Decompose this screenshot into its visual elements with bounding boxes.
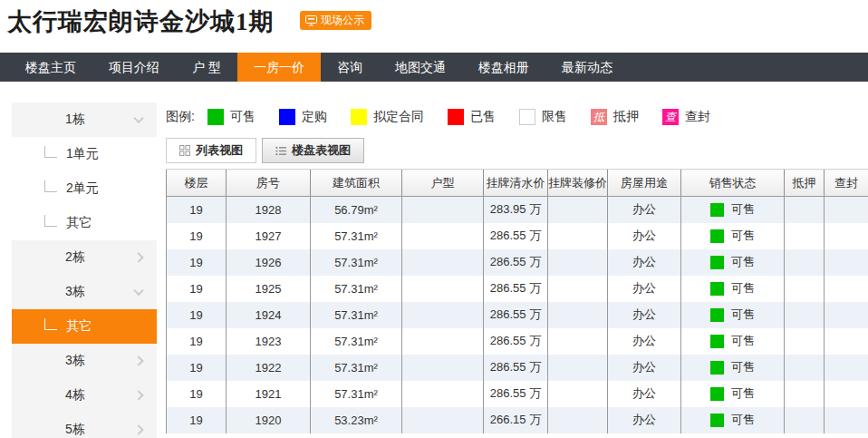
- cell-deco-price: [548, 223, 608, 249]
- tab-label: 列表视图: [196, 139, 243, 162]
- legend-label: 拟定合同: [373, 109, 424, 125]
- table-row: 19 1928 56.79m² 283.95 万 办公 可售: [167, 197, 868, 223]
- cell-seizure: [825, 197, 868, 223]
- cell-seizure: [825, 276, 868, 302]
- legend-label: 可售: [230, 109, 256, 125]
- cell-room: 1924: [227, 302, 311, 328]
- cell-usage: 办公: [608, 197, 681, 223]
- col-sale-status: 销售状态: [681, 170, 785, 197]
- tab-list-view[interactable]: 列表视图: [166, 138, 256, 163]
- col-area: 建筑面积: [311, 170, 402, 197]
- table-row: 19 1924 57.31m² 286.55 万 办公 可售: [167, 302, 868, 328]
- sidebar-item-unit-2[interactable]: 2单元: [12, 171, 157, 206]
- cell-base-price: 283.95 万: [484, 197, 548, 223]
- cell-area: 53.23m²: [311, 407, 402, 433]
- sidebar-item-building-3b[interactable]: 3栋: [12, 344, 157, 378]
- sold-swatch: [448, 109, 464, 125]
- cell-usage: 办公: [608, 302, 681, 328]
- status-label: 可售: [731, 254, 755, 270]
- legend-label: 抵押: [613, 109, 639, 125]
- sidebar-item-building-5[interactable]: 5栋: [12, 413, 157, 438]
- view-tabs: 列表视图 楼盘表视图: [166, 138, 868, 164]
- cell-seizure: [825, 328, 868, 355]
- legend-item-available: 可售: [207, 109, 256, 125]
- status-label: 可售: [731, 201, 755, 218]
- col-usage: 房屋用途: [608, 170, 681, 197]
- sidebar-item-label: 1单元: [66, 146, 99, 162]
- mortgage-swatch: 抵: [591, 109, 607, 125]
- cell-sale-status: 可售: [681, 223, 785, 249]
- status-label: 可售: [731, 280, 755, 297]
- cell-floor: 19: [167, 276, 227, 302]
- legend-label: 定购: [302, 109, 327, 125]
- onsite-notice-badge[interactable]: 现场公示: [300, 11, 371, 30]
- status-legend: 图例: 可售 定购 拟定合同 已售 限售 抵: [166, 107, 868, 127]
- cell-mortgage: [785, 407, 825, 433]
- sidebar-item-building-3[interactable]: 3栋: [12, 275, 157, 309]
- cell-area: 57.31m²: [311, 328, 402, 355]
- tab-building-table-view[interactable]: 楼盘表视图: [262, 138, 364, 163]
- nav-item-photo-album[interactable]: 楼盘相册: [462, 53, 545, 82]
- sidebar-item-building-1[interactable]: 1栋: [12, 102, 157, 137]
- cell-deco-price: [548, 302, 608, 328]
- col-mortgage: 抵押: [785, 170, 825, 197]
- building-tree-sidebar: 1栋 1单元 2单元 其它 2栋 3栋 其它 3栋: [12, 102, 157, 438]
- table-row: 19 1921 57.31m² 286.55 万 办公 可售: [167, 381, 868, 407]
- status-label: 可售: [731, 359, 755, 375]
- cell-room: 1926: [227, 249, 311, 276]
- sidebar-item-building-4[interactable]: 4栋: [12, 378, 157, 413]
- cell-mortgage: [785, 381, 825, 407]
- branch-icon: [44, 215, 57, 227]
- list-view-icon: [275, 146, 286, 156]
- nav-item-project-intro[interactable]: 项目介绍: [92, 53, 176, 82]
- chevron-down-icon: [133, 286, 143, 296]
- cell-mortgage: [785, 355, 825, 381]
- restricted-swatch: [519, 109, 535, 125]
- cell-mortgage: [785, 249, 825, 276]
- status-swatch: [710, 256, 724, 269]
- nav-item-home[interactable]: 楼盘主页: [9, 53, 92, 82]
- cell-unit-type: [402, 276, 484, 302]
- cell-room: 1925: [227, 276, 311, 302]
- cell-deco-price: [548, 407, 608, 433]
- cell-deco-price: [548, 381, 608, 407]
- cell-usage: 办公: [608, 276, 681, 302]
- nav-item-latest-news[interactable]: 最新动态: [545, 53, 629, 82]
- cell-sale-status: 可售: [681, 249, 785, 276]
- col-floor: 楼层: [167, 170, 227, 197]
- cell-unit-type: [402, 302, 484, 328]
- status-label: 可售: [731, 307, 755, 323]
- nav-item-unit-types[interactable]: 户 型: [176, 53, 237, 82]
- sidebar-item-label: 1栋: [65, 112, 85, 128]
- status-label: 可售: [731, 333, 755, 349]
- cell-area: 57.31m²: [311, 249, 402, 276]
- tab-label: 楼盘表视图: [292, 139, 351, 162]
- table-row: 19 1922 57.31m² 286.55 万 办公 可售: [167, 355, 868, 381]
- status-swatch: [710, 335, 724, 348]
- cell-unit-type: [402, 355, 484, 381]
- legend-item-draft-contract: 拟定合同: [351, 109, 424, 125]
- sidebar-item-building-2[interactable]: 2栋: [12, 240, 157, 275]
- sidebar-item-other-1[interactable]: 其它: [12, 206, 157, 240]
- cell-floor: 19: [167, 328, 227, 355]
- table-row: 19 1920 53.23m² 266.15 万 办公 可售: [167, 407, 868, 433]
- cell-floor: 19: [167, 407, 227, 433]
- cell-room: 1921: [227, 381, 311, 407]
- table-row: 19 1927 57.31m² 286.55 万 办公 可售: [167, 223, 868, 249]
- nav-item-map-transport[interactable]: 地图交通: [379, 53, 462, 82]
- status-swatch: [710, 414, 724, 427]
- grid-view-icon: [179, 145, 190, 156]
- cell-usage: 办公: [608, 223, 681, 249]
- sidebar-item-other-selected[interactable]: 其它: [12, 309, 157, 344]
- cell-seizure: [825, 355, 868, 381]
- cell-usage: 办公: [608, 249, 681, 276]
- nav-item-consult[interactable]: 咨询: [321, 53, 379, 82]
- cell-room: 1928: [227, 197, 311, 223]
- page: 太行瑞宏朗诗金沙城1期 现场公示 楼盘主页 项目介绍 户 型 一房一价 咨询 地…: [0, 0, 868, 438]
- sidebar-item-unit-1[interactable]: 1单元: [12, 137, 157, 171]
- cell-room: 1923: [227, 328, 311, 355]
- nav-item-price-per-unit[interactable]: 一房一价: [237, 53, 321, 82]
- cell-sale-status: 可售: [681, 381, 785, 407]
- status-swatch: [710, 387, 724, 401]
- col-room: 房号: [227, 170, 311, 197]
